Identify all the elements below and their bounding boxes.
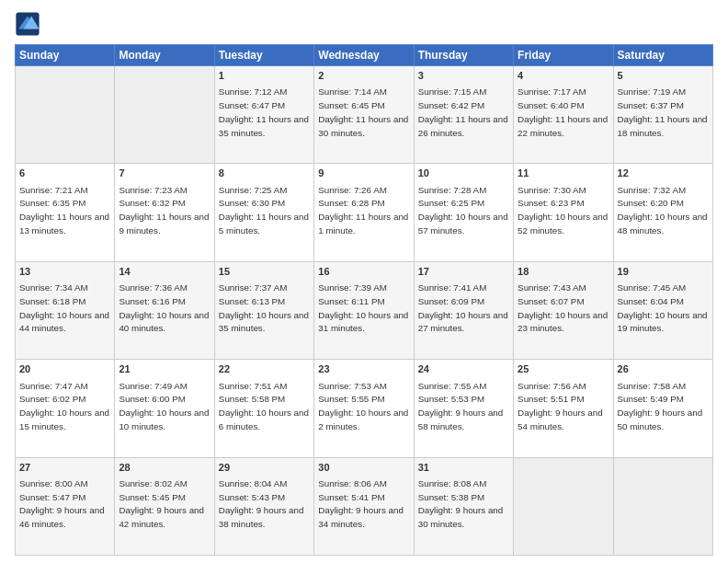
day-number: 3	[418, 69, 509, 83]
day-number: 8	[219, 167, 310, 180]
calendar-week-3: 13Sunrise: 7:34 AM Sunset: 6:18 PM Dayli…	[16, 261, 713, 359]
calendar-cell: 14Sunrise: 7:36 AM Sunset: 6:16 PM Dayli…	[115, 261, 214, 359]
cell-info: Sunrise: 7:45 AM Sunset: 6:04 PM Dayligh…	[618, 282, 708, 333]
cell-info: Sunrise: 7:30 AM Sunset: 6:23 PM Dayligh…	[518, 185, 608, 236]
day-number: 6	[19, 167, 110, 180]
day-number: 20	[19, 362, 110, 376]
cell-info: Sunrise: 7:21 AM Sunset: 6:35 PM Dayligh…	[19, 185, 109, 236]
day-number: 11	[518, 167, 609, 180]
day-number: 27	[19, 461, 110, 475]
cell-info: Sunrise: 7:43 AM Sunset: 6:07 PM Dayligh…	[518, 282, 608, 333]
cell-info: Sunrise: 7:19 AM Sunset: 6:37 PM Dayligh…	[618, 86, 708, 137]
calendar-week-1: 1Sunrise: 7:12 AM Sunset: 6:47 PM Daylig…	[16, 66, 713, 164]
calendar-cell	[16, 66, 115, 164]
day-number: 28	[119, 461, 210, 475]
calendar-cell: 22Sunrise: 7:51 AM Sunset: 5:58 PM Dayli…	[214, 360, 313, 457]
calendar-cell: 11Sunrise: 7:30 AM Sunset: 6:23 PM Dayli…	[514, 164, 613, 261]
calendar-cell: 24Sunrise: 7:55 AM Sunset: 5:53 PM Dayli…	[414, 360, 513, 457]
logo	[15, 11, 44, 37]
calendar-cell: 21Sunrise: 7:49 AM Sunset: 6:00 PM Dayli…	[115, 360, 214, 457]
calendar-cell: 23Sunrise: 7:53 AM Sunset: 5:55 PM Dayli…	[314, 360, 414, 457]
day-number: 25	[518, 362, 609, 376]
cell-info: Sunrise: 8:02 AM Sunset: 5:45 PM Dayligh…	[119, 478, 204, 529]
day-header-monday: Monday	[115, 45, 214, 66]
cell-info: Sunrise: 8:04 AM Sunset: 5:43 PM Dayligh…	[219, 478, 304, 529]
cell-info: Sunrise: 8:06 AM Sunset: 5:41 PM Dayligh…	[318, 478, 404, 529]
day-number: 2	[318, 69, 409, 83]
cell-info: Sunrise: 7:12 AM Sunset: 6:47 PM Dayligh…	[219, 86, 309, 137]
day-number: 31	[418, 461, 509, 475]
cell-info: Sunrise: 7:56 AM Sunset: 5:51 PM Dayligh…	[518, 381, 603, 431]
cell-info: Sunrise: 7:58 AM Sunset: 5:49 PM Dayligh…	[618, 381, 703, 431]
day-number: 1	[219, 69, 310, 83]
day-number: 17	[418, 265, 509, 279]
calendar-cell: 18Sunrise: 7:43 AM Sunset: 6:07 PM Dayli…	[514, 261, 613, 359]
calendar-cell: 26Sunrise: 7:58 AM Sunset: 5:49 PM Dayli…	[613, 360, 712, 457]
calendar-cell: 16Sunrise: 7:39 AM Sunset: 6:11 PM Dayli…	[314, 261, 414, 359]
cell-info: Sunrise: 7:34 AM Sunset: 6:18 PM Dayligh…	[19, 282, 109, 333]
calendar-week-2: 6Sunrise: 7:21 AM Sunset: 6:35 PM Daylig…	[16, 164, 713, 261]
cell-info: Sunrise: 7:47 AM Sunset: 6:02 PM Dayligh…	[19, 381, 109, 431]
calendar-header-row: SundayMondayTuesdayWednesdayThursdayFrid…	[16, 45, 713, 66]
cell-info: Sunrise: 7:26 AM Sunset: 6:28 PM Dayligh…	[318, 185, 408, 236]
cell-info: Sunrise: 7:55 AM Sunset: 5:53 PM Dayligh…	[418, 381, 504, 431]
day-number: 30	[318, 461, 409, 475]
day-number: 12	[618, 167, 709, 180]
cell-info: Sunrise: 7:15 AM Sunset: 6:42 PM Dayligh…	[418, 86, 508, 137]
cell-info: Sunrise: 7:32 AM Sunset: 6:20 PM Dayligh…	[618, 185, 708, 236]
day-header-saturday: Saturday	[613, 45, 712, 66]
calendar-week-5: 27Sunrise: 8:00 AM Sunset: 5:47 PM Dayli…	[16, 457, 713, 555]
calendar-cell	[115, 66, 214, 164]
cell-info: Sunrise: 7:14 AM Sunset: 6:45 PM Dayligh…	[318, 86, 408, 137]
calendar-week-4: 20Sunrise: 7:47 AM Sunset: 6:02 PM Dayli…	[16, 360, 713, 457]
cell-info: Sunrise: 7:53 AM Sunset: 5:55 PM Dayligh…	[318, 381, 408, 431]
logo-icon	[15, 11, 40, 37]
calendar-cell: 12Sunrise: 7:32 AM Sunset: 6:20 PM Dayli…	[613, 164, 712, 261]
day-number: 16	[318, 265, 409, 279]
day-number: 26	[618, 362, 709, 376]
calendar-cell: 13Sunrise: 7:34 AM Sunset: 6:18 PM Dayli…	[16, 261, 115, 359]
day-number: 15	[219, 265, 310, 279]
calendar-cell: 20Sunrise: 7:47 AM Sunset: 6:02 PM Dayli…	[16, 360, 115, 457]
day-number: 19	[618, 265, 709, 279]
calendar-cell: 27Sunrise: 8:00 AM Sunset: 5:47 PM Dayli…	[16, 457, 115, 555]
calendar-cell: 8Sunrise: 7:25 AM Sunset: 6:30 PM Daylig…	[214, 164, 313, 261]
cell-info: Sunrise: 7:28 AM Sunset: 6:25 PM Dayligh…	[418, 185, 508, 236]
day-number: 23	[318, 362, 409, 376]
cell-info: Sunrise: 7:17 AM Sunset: 6:40 PM Dayligh…	[518, 86, 608, 137]
cell-info: Sunrise: 7:41 AM Sunset: 6:09 PM Dayligh…	[418, 282, 508, 333]
calendar-cell: 29Sunrise: 8:04 AM Sunset: 5:43 PM Dayli…	[214, 457, 313, 555]
day-number: 29	[219, 461, 310, 475]
day-number: 9	[318, 167, 409, 180]
day-header-tuesday: Tuesday	[214, 45, 313, 66]
calendar-cell: 28Sunrise: 8:02 AM Sunset: 5:45 PM Dayli…	[115, 457, 214, 555]
cell-info: Sunrise: 8:00 AM Sunset: 5:47 PM Dayligh…	[19, 478, 105, 529]
day-number: 24	[418, 362, 509, 376]
day-header-wednesday: Wednesday	[314, 45, 414, 66]
calendar-cell: 9Sunrise: 7:26 AM Sunset: 6:28 PM Daylig…	[314, 164, 414, 261]
day-number: 5	[618, 69, 709, 83]
calendar-cell: 3Sunrise: 7:15 AM Sunset: 6:42 PM Daylig…	[414, 66, 513, 164]
calendar-cell: 6Sunrise: 7:21 AM Sunset: 6:35 PM Daylig…	[16, 164, 115, 261]
calendar-cell	[514, 457, 613, 555]
day-number: 21	[119, 362, 210, 376]
day-number: 7	[119, 167, 210, 180]
calendar-cell: 4Sunrise: 7:17 AM Sunset: 6:40 PM Daylig…	[514, 66, 613, 164]
cell-info: Sunrise: 7:51 AM Sunset: 5:58 PM Dayligh…	[219, 381, 309, 431]
cell-info: Sunrise: 7:25 AM Sunset: 6:30 PM Dayligh…	[219, 185, 309, 236]
day-number: 13	[19, 265, 110, 279]
day-header-thursday: Thursday	[414, 45, 513, 66]
calendar-table: SundayMondayTuesdayWednesdayThursdayFrid…	[15, 44, 713, 556]
cell-info: Sunrise: 7:37 AM Sunset: 6:13 PM Dayligh…	[219, 282, 309, 333]
calendar-cell: 1Sunrise: 7:12 AM Sunset: 6:47 PM Daylig…	[214, 66, 313, 164]
page: SundayMondayTuesdayWednesdayThursdayFrid…	[0, 0, 728, 563]
calendar-cell: 30Sunrise: 8:06 AM Sunset: 5:41 PM Dayli…	[314, 457, 414, 555]
cell-info: Sunrise: 8:08 AM Sunset: 5:38 PM Dayligh…	[418, 478, 504, 529]
calendar-cell: 19Sunrise: 7:45 AM Sunset: 6:04 PM Dayli…	[613, 261, 712, 359]
day-number: 4	[518, 69, 609, 83]
day-number: 18	[518, 265, 609, 279]
calendar-cell: 31Sunrise: 8:08 AM Sunset: 5:38 PM Dayli…	[414, 457, 513, 555]
cell-info: Sunrise: 7:39 AM Sunset: 6:11 PM Dayligh…	[318, 282, 408, 333]
cell-info: Sunrise: 7:36 AM Sunset: 6:16 PM Dayligh…	[119, 282, 209, 333]
day-number: 10	[418, 167, 509, 180]
